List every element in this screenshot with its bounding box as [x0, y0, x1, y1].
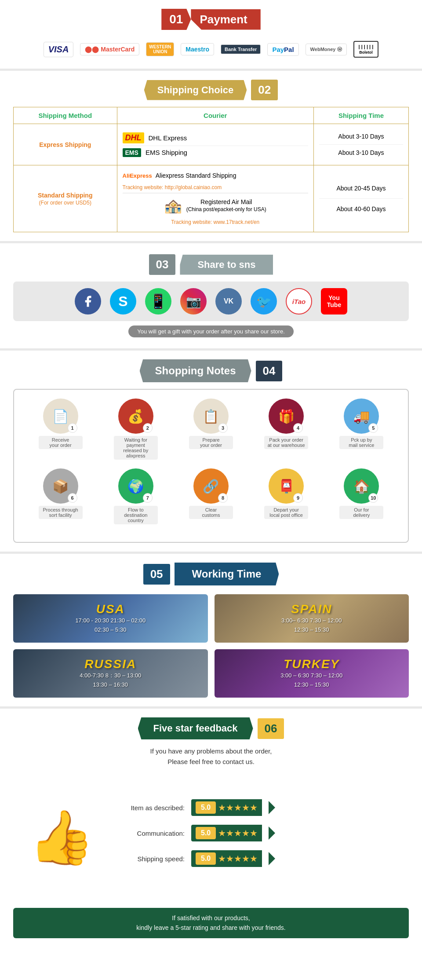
item-described-label: Item as described:	[119, 804, 185, 812]
notes-row-1: 📄 1 Receiveyour order 💰 2 Waiting for pa…	[23, 399, 399, 460]
vk-icon[interactable]: VK	[215, 288, 242, 314]
step-4-label: Pack your orderat our warehouse	[264, 436, 308, 449]
bottom-banner: If satisfied with our products,kindly le…	[13, 908, 409, 938]
working-grid: USA 17:00 - 20:30 21:30 – 02:0002:30 – 5…	[13, 594, 409, 698]
col-courier: Courier	[117, 107, 313, 124]
registered-tracking: Tracking website: www.17track.net/en	[171, 219, 259, 225]
step-6-circle: 📦 6	[43, 468, 78, 504]
paypal-logo: PayPal	[267, 43, 298, 56]
step-4-circle: 🎁 4	[269, 399, 304, 434]
step-2-circle: 💰 2	[118, 399, 153, 434]
divider-3	[0, 348, 422, 351]
standard-method: Standard Shipping (For order over USD5)	[14, 165, 117, 232]
divider-2	[0, 241, 422, 243]
divider-1	[0, 69, 422, 71]
ali-time: About 20-45 Days	[319, 178, 403, 199]
step-7-circle: 🌍 7	[118, 468, 153, 504]
step-5: 🚚 5 Pck up bymail service	[339, 399, 383, 460]
step-10: 🏠 10 Our fordelivery	[339, 468, 383, 524]
facebook-icon[interactable]	[75, 288, 101, 314]
visa-logo: VISA	[44, 42, 74, 57]
step-7-label: Flow to destinationcountry	[114, 506, 158, 524]
turkey-card: TURKEY 3:00 – 6:30 7:30 – 12:0012:30 – 1…	[215, 649, 409, 698]
shipping-header: Shipping Choice 02	[13, 80, 409, 100]
usa-card: USA 17:00 - 20:30 21:30 – 02:0002:30 – 5…	[13, 594, 208, 643]
payment-title: Payment	[191, 9, 260, 30]
ali-entry: AliExpress Aliexpress Standard Shipping …	[123, 170, 308, 193]
share-gift-text: You will get a gift with your order afte…	[128, 325, 294, 337]
speed-score: 5.0	[196, 852, 216, 865]
payment-logos: VISA ⬤⬤ MasterCard WESTERNUNION Maestro …	[0, 37, 422, 62]
rating-row-3: Shipping speed: 5.0 ★★★★★	[119, 850, 409, 867]
shipping-section: Shipping Choice 02 Shipping Method Couri…	[0, 73, 422, 239]
feedback-section: Five star feedback 06 If you have any pr…	[0, 711, 422, 945]
item-described-bar: 5.0 ★★★★★	[191, 799, 262, 816]
step-9-label: Depart yourlocal post office	[264, 506, 308, 519]
working-section: 05 Working Time USA 17:00 - 20:30 21:30 …	[0, 556, 422, 704]
russia-name: RUSSIA	[20, 657, 201, 671]
step-5-circle: 🚚 5	[344, 399, 379, 434]
shipping-speed-label: Shipping speed:	[119, 855, 185, 863]
step-8: 🔗 8 Clearcustoms	[189, 468, 233, 524]
shipping-speed-bar: 5.0 ★★★★★	[191, 850, 262, 867]
ems-time: About 3-10 Days	[319, 145, 403, 161]
share-section: 03 Share to sns S 📱 📷 VK 🐦 iTao YouTube …	[0, 245, 422, 346]
maestro-logo: Maestro	[181, 43, 214, 55]
step-3: 📋 3 Prepareyour order	[189, 399, 233, 460]
ali-name: Aliexpress Standard Shipping	[156, 172, 236, 179]
share-header: 03 Share to sns	[13, 254, 409, 275]
comm-stars: ★★★★★	[218, 828, 258, 838]
notes-num-badge: 04	[256, 361, 283, 381]
col-time: Shipping Time	[313, 107, 408, 124]
table-row: Express Shipping DHL DHL Express EMS EMS…	[14, 124, 409, 165]
ems-name: EMS Shipping	[146, 149, 187, 156]
step-3-label: Prepareyour order	[189, 436, 233, 449]
communication-bar: 5.0 ★★★★★	[191, 825, 262, 841]
ali-tracking: Tracking website: http://global.cainiao.…	[123, 184, 222, 190]
speed-stars: ★★★★★	[218, 853, 258, 864]
russia-times: 4:00-7:30 8：30 – 13:0013:30 – 16:30	[20, 671, 201, 690]
col-method: Shipping Method	[14, 107, 117, 124]
communication-label: Communication:	[119, 830, 185, 837]
step-9-circle: 📮 9	[269, 468, 304, 504]
step-8-circle: 🔗 8	[193, 468, 229, 504]
ratings-area: Item as described: 5.0 ★★★★★ Communicati…	[119, 799, 409, 876]
working-title: Working Time	[175, 563, 279, 585]
whatsapp-icon[interactable]: 📱	[145, 288, 171, 314]
twitter-icon[interactable]: 🐦	[251, 288, 277, 314]
express-times: About 3-10 Days About 3-10 Days	[313, 124, 408, 165]
step-1-label: Receiveyour order	[39, 436, 83, 449]
step-9: 📮 9 Depart yourlocal post office	[264, 468, 308, 524]
step-8-label: Clearcustoms	[189, 506, 233, 519]
step-6: 📦 6 Process throughsort facility	[39, 468, 83, 524]
skype-icon[interactable]: S	[110, 288, 136, 314]
notes-row-2: 📦 6 Process throughsort facility 🌍 7 Flo…	[23, 468, 399, 524]
western-union-logo: WESTERNUNION	[146, 42, 174, 56]
feedback-header: Five star feedback 06	[13, 717, 409, 739]
instagram-icon[interactable]: 📷	[180, 288, 207, 314]
rating-arrow-1	[269, 801, 275, 814]
notes-title-banner: Shopping Notes	[140, 359, 251, 382]
spain-card: SPAIN 3:00– 6:30 7:30 – 12:0012:30 – 15:…	[215, 594, 409, 643]
step-5-label: Pck up bymail service	[339, 436, 383, 449]
registered-time: About 40-60 Days	[319, 199, 403, 219]
itao-icon[interactable]: iTao	[286, 288, 312, 314]
spain-times: 3:00– 6:30 7:30 – 12:0012:30 – 15:30	[221, 616, 403, 635]
ali-logo: AliExpress	[123, 172, 152, 179]
step-2-label: Waiting for paymentreleased by alixpress	[114, 436, 158, 460]
rating-arrow-3	[269, 852, 275, 865]
feedback-subtitle: If you have any problems about the order…	[13, 746, 409, 767]
payment-section: 01 Payment VISA ⬤⬤ MasterCard WESTERNUNI…	[0, 0, 422, 66]
divider-4	[0, 552, 422, 554]
dhl-logo: DHL	[123, 132, 144, 143]
step-1-circle: 📄 1	[43, 399, 78, 434]
registered-entry: 🏤 Registered Air Mail(China post/epacket…	[123, 193, 308, 227]
youtube-icon[interactable]: YouTube	[321, 288, 347, 314]
post-icon: 🏤	[164, 197, 182, 214]
working-num-badge: 05	[143, 564, 170, 585]
feedback-title: Five star feedback	[138, 717, 253, 739]
express-couriers: DHL DHL Express EMS EMS Shipping	[117, 124, 313, 165]
rating-row-1: Item as described: 5.0 ★★★★★	[119, 799, 409, 816]
item-stars: ★★★★★	[218, 802, 258, 813]
item-score: 5.0	[196, 801, 216, 814]
